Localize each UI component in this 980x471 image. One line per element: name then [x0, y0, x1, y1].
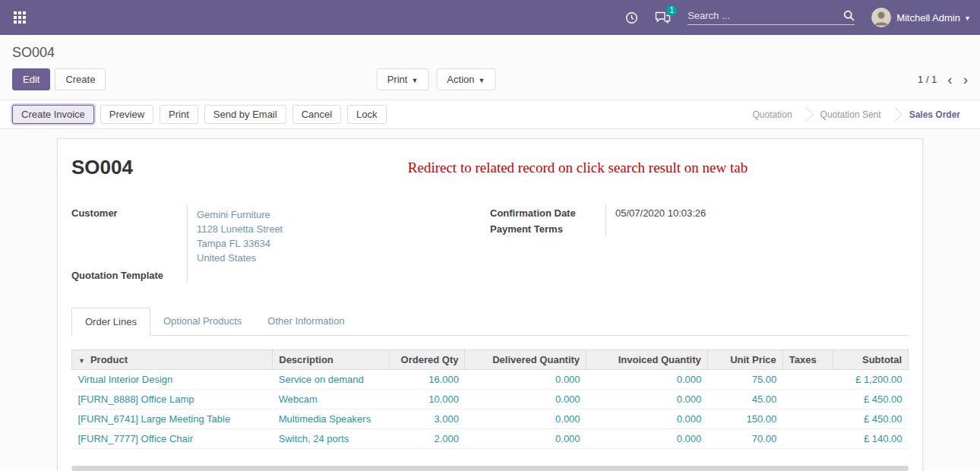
cell-product[interactable]: [FURN_8888] Office Lamp [72, 390, 273, 409]
quotation-template-label: Quotation Template [71, 267, 187, 283]
print-dropdown[interactable]: Print▼ [377, 68, 429, 90]
col-ordered-qty[interactable]: Ordered Qty [390, 350, 465, 370]
pager-previous-icon[interactable]: ‹ [947, 74, 952, 85]
search-icon[interactable] [843, 10, 855, 21]
cell-description[interactable]: Multimedia Speakers [273, 409, 390, 429]
form-view: SO004 Redirect to related record on clic… [0, 129, 980, 471]
cell-subtotal[interactable]: £ 450.00 [833, 390, 908, 409]
order-lines-table: ▼Product Description Ordered Qty Deliver… [71, 349, 909, 449]
cell-unit-price[interactable]: 45.00 [707, 390, 782, 409]
col-subtotal[interactable]: Subtotal [833, 350, 908, 370]
tab-order-lines[interactable]: Order Lines [71, 308, 150, 336]
search-input[interactable] [688, 10, 843, 21]
cell-ordered-qty[interactable]: 2.000 [390, 429, 465, 449]
pager-next-icon[interactable]: › [963, 74, 968, 85]
cell-description[interactable]: Service on demand [273, 370, 390, 390]
table-row[interactable]: [FURN_6741] Large Meeting Table Multimed… [72, 409, 909, 429]
cell-unit-price[interactable]: 75.00 [707, 370, 782, 390]
cell-product[interactable]: [FURN_7777] Office Chair [72, 429, 273, 449]
pager: 1 / 1 ‹ › [918, 74, 968, 85]
cell-product[interactable]: Virtual Interior Design [72, 370, 273, 390]
apps-menu-icon[interactable] [11, 8, 29, 27]
column-sort-caret-icon[interactable]: ▼ [78, 357, 85, 365]
cell-ordered-qty[interactable]: 16.000 [390, 370, 465, 390]
cell-description[interactable]: Switch, 24 ports [273, 429, 390, 449]
cell-product[interactable]: [FURN_6741] Large Meeting Table [72, 409, 273, 429]
confirmation-date-label: Confirmation Date [490, 205, 605, 221]
chevron-down-icon: ▾ [966, 14, 969, 22]
cell-ordered-qty[interactable]: 10.000 [390, 390, 465, 409]
chevron-down-icon: ▼ [478, 77, 485, 84]
cell-invoiced-qty[interactable]: 0.000 [586, 370, 708, 390]
action-dropdown[interactable]: Action▼ [436, 68, 495, 90]
cell-unit-price[interactable]: 70.00 [707, 429, 782, 449]
cell-taxes[interactable] [782, 409, 833, 429]
breadcrumb: SO004 [0, 35, 980, 65]
cell-delivered-qty[interactable]: 0.000 [465, 390, 586, 409]
cell-invoiced-qty[interactable]: 0.000 [586, 409, 708, 429]
activities-clock-icon[interactable] [625, 11, 638, 24]
customer-label: Customer [71, 205, 187, 267]
sales-order-sheet: SO004 Redirect to related record on clic… [57, 138, 923, 471]
cell-taxes[interactable] [782, 390, 833, 409]
annotation-text: Redirect to related record on click sear… [133, 156, 909, 176]
print-dropdown-label: Print [387, 74, 408, 85]
cell-taxes[interactable] [782, 370, 833, 390]
customer-city: Tampa FL 33634 [197, 236, 490, 251]
avatar [871, 8, 891, 27]
chevron-down-icon: ▼ [411, 77, 418, 84]
stage-sales-order[interactable]: Sales Order [897, 106, 972, 123]
cell-invoiced-qty[interactable]: 0.000 [586, 390, 708, 409]
page-title: SO004 [71, 156, 133, 179]
stage-quotation[interactable]: Quotation [741, 106, 805, 123]
global-search [688, 10, 855, 25]
tab-other-information[interactable]: Other Information [254, 308, 357, 335]
edit-button[interactable]: Edit [12, 68, 50, 90]
table-row[interactable]: [FURN_8888] Office Lamp Webcam 10.000 0.… [72, 390, 909, 409]
user-menu[interactable]: Mitchell Admin ▾ [871, 8, 969, 27]
cell-unit-price[interactable]: 150.00 [707, 409, 782, 429]
col-delivered-qty[interactable]: Delivered Quantity [465, 350, 586, 370]
user-name: Mitchell Admin [896, 12, 960, 24]
table-row[interactable]: Virtual Interior Design Service on deman… [72, 370, 909, 390]
create-button[interactable]: Create [55, 68, 106, 90]
cell-subtotal[interactable]: £ 140.00 [833, 429, 908, 449]
cell-delivered-qty[interactable]: 0.000 [465, 370, 586, 390]
send-by-email-button[interactable]: Send by Email [204, 105, 286, 124]
cell-subtotal[interactable]: £ 450.00 [833, 409, 908, 429]
horizontal-scrollbar[interactable] [71, 466, 909, 471]
payment-terms-label: Payment Terms [490, 221, 605, 237]
table-row[interactable]: [FURN_7777] Office Chair Switch, 24 port… [72, 429, 909, 449]
cell-subtotal[interactable]: £ 1,200.00 [833, 370, 908, 390]
cell-taxes[interactable] [782, 429, 833, 449]
tab-optional-products[interactable]: Optional Products [150, 308, 254, 335]
col-taxes[interactable]: Taxes [782, 350, 833, 370]
notebook-tabs: Order Lines Optional Products Other Info… [71, 308, 909, 336]
print-button[interactable]: Print [160, 105, 198, 124]
cell-delivered-qty[interactable]: 0.000 [465, 429, 586, 449]
confirmation-date-value: 05/07/2020 10:03:26 [605, 205, 909, 221]
stage-quotation-sent[interactable]: Quotation Sent [808, 106, 893, 123]
col-invoiced-qty[interactable]: Invoiced Quantity [586, 350, 708, 370]
status-pipeline: Quotation Quotation Sent Sales Order [741, 106, 972, 123]
preview-button[interactable]: Preview [100, 105, 153, 124]
cell-delivered-qty[interactable]: 0.000 [465, 409, 586, 429]
create-invoice-button[interactable]: Create Invoice [12, 105, 94, 124]
customer-country: United States [197, 251, 490, 265]
messages-icon[interactable]: 1 [655, 11, 671, 24]
cell-ordered-qty[interactable]: 3.000 [390, 409, 465, 429]
payment-terms-value [605, 221, 909, 237]
cell-description[interactable]: Webcam [273, 390, 390, 409]
customer-name-link[interactable]: Gemini Furniture [197, 207, 490, 222]
statusbar: Create Invoice Preview Print Send by Ema… [0, 100, 980, 129]
customer-value[interactable]: Gemini Furniture 1128 Lunetta Street Tam… [187, 205, 490, 267]
cell-invoiced-qty[interactable]: 0.000 [586, 429, 708, 449]
col-unit-price[interactable]: Unit Price [707, 350, 782, 370]
col-product-label: Product [90, 354, 128, 365]
breadcrumb-title: SO004 [12, 45, 55, 60]
pager-value: 1 / 1 [918, 74, 937, 85]
col-product[interactable]: ▼Product [72, 350, 273, 370]
cancel-button[interactable]: Cancel [292, 105, 341, 124]
col-description[interactable]: Description [273, 350, 390, 370]
lock-button[interactable]: Lock [347, 105, 386, 124]
